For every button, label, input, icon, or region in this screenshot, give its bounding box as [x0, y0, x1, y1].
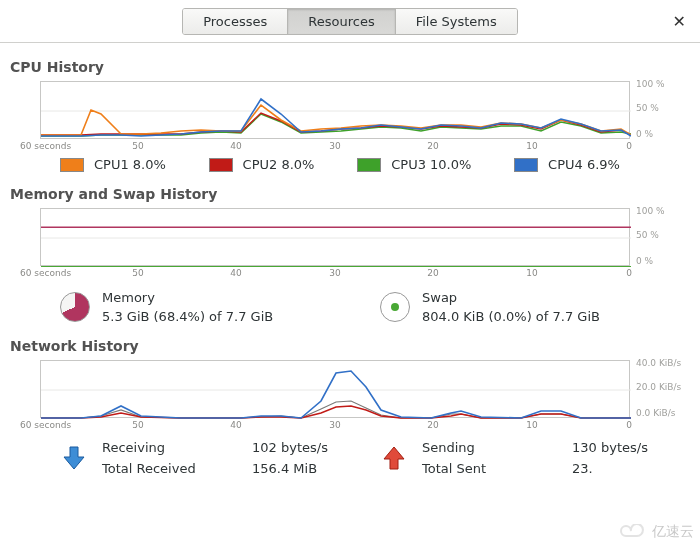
mem-chart: 100 % 50 % 0 % 60 seconds 50 40 30 20 10…	[20, 208, 690, 280]
receiving-label: Receiving	[102, 440, 252, 455]
legend-label: CPU3 10.0%	[391, 157, 471, 172]
network-stats: Receiving 102 bytes/s Total Received 156…	[60, 440, 700, 476]
total-received-label: Total Received	[102, 461, 252, 476]
tab-resources[interactable]: Resources	[288, 9, 395, 34]
swap-value: 804.0 KiB (0.0%) of 7.7 GiB	[422, 309, 600, 324]
color-swatch	[209, 158, 233, 172]
cpu-legend-item[interactable]: CPU4 6.9%	[514, 157, 620, 172]
legend-label: CPU2 8.0%	[243, 157, 315, 172]
download-arrow-icon	[60, 444, 88, 472]
receiving-col: Receiving 102 bytes/s Total Received 156…	[60, 440, 380, 476]
tab-processes[interactable]: Processes	[183, 9, 288, 34]
net-chart: 40.0 KiB/s 20.0 KiB/s 0.0 KiB/s 60 secon…	[20, 360, 690, 432]
net-history-title: Network History	[10, 338, 700, 354]
window-tab-bar: Processes Resources File Systems ✕	[0, 0, 700, 43]
net-chart-box	[40, 360, 630, 418]
cpu-chart: 100 % 50 % 0 % 60 seconds 50 40 30 20 10…	[20, 81, 690, 153]
memory-value: 5.3 GiB (68.4%) of 7.7 GiB	[102, 309, 273, 324]
sending-col: Sending 130 bytes/s Total Sent 23.	[380, 440, 700, 476]
memory-item[interactable]: Memory 5.3 GiB (68.4%) of 7.7 GiB	[60, 290, 380, 324]
cpu-legend-item[interactable]: CPU1 8.0%	[60, 157, 166, 172]
memory-pie-icon	[60, 292, 90, 322]
upload-arrow-icon	[380, 444, 408, 472]
color-swatch	[514, 158, 538, 172]
legend-label: CPU1 8.0%	[94, 157, 166, 172]
swap-item[interactable]: Swap 804.0 KiB (0.0%) of 7.7 GiB	[380, 290, 700, 324]
memory-label: Memory	[102, 290, 273, 305]
close-icon[interactable]: ✕	[673, 12, 686, 31]
sending-rate: 130 bytes/s	[572, 440, 648, 455]
tab-filesystems[interactable]: File Systems	[396, 9, 517, 34]
cpu-legend-item[interactable]: CPU3 10.0%	[357, 157, 471, 172]
total-sent-value: 23.	[572, 461, 648, 476]
receiving-rate: 102 bytes/s	[252, 440, 328, 455]
swap-label: Swap	[422, 290, 600, 305]
watermark: 亿速云	[620, 523, 694, 541]
cpu-legend: CPU1 8.0% CPU2 8.0% CPU3 10.0% CPU4 6.9%	[60, 157, 620, 172]
mem-history-title: Memory and Swap History	[10, 186, 700, 202]
cpu-history-title: CPU History	[10, 59, 700, 75]
cpu-chart-box	[40, 81, 630, 139]
legend-label: CPU4 6.9%	[548, 157, 620, 172]
sending-label: Sending	[422, 440, 572, 455]
cpu-legend-item[interactable]: CPU2 8.0%	[209, 157, 315, 172]
total-received-value: 156.4 MiB	[252, 461, 328, 476]
color-swatch	[60, 158, 84, 172]
swap-pie-icon	[380, 292, 410, 322]
mem-chart-box	[40, 208, 630, 266]
color-swatch	[357, 158, 381, 172]
total-sent-label: Total Sent	[422, 461, 572, 476]
tab-strip: Processes Resources File Systems	[182, 8, 518, 35]
memswap-row: Memory 5.3 GiB (68.4%) of 7.7 GiB Swap 8…	[60, 290, 700, 324]
